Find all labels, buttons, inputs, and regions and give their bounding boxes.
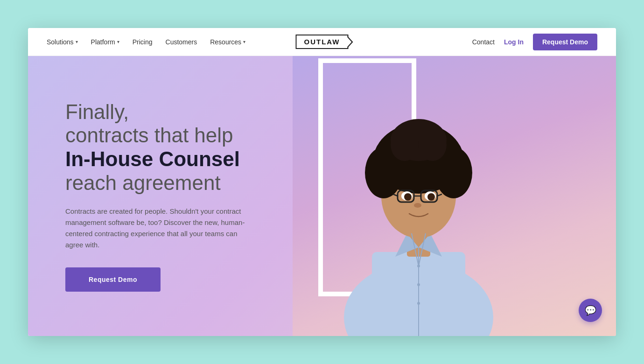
hero-headline: Finally, contracts that help In-House Co… (65, 100, 306, 195)
hero-cta-button[interactable]: Request Demo (65, 267, 161, 292)
nav-right: Contact Log In Request Demo (472, 34, 597, 50)
navbar: Solutions ▾ Platform ▾ Pricing Customers… (28, 28, 616, 56)
hero-right (293, 56, 616, 336)
hero-bold-line: In-House Counsel (65, 147, 306, 171)
hero-left: Finally, contracts that help In-House Co… (28, 56, 334, 336)
browser-window: Solutions ▾ Platform ▾ Pricing Customers… (28, 28, 616, 336)
svg-point-30 (417, 283, 420, 286)
nav-login[interactable]: Log In (504, 38, 524, 46)
svg-point-25 (414, 203, 421, 208)
svg-point-15 (419, 128, 447, 161)
nav-customers[interactable]: Customers (166, 38, 197, 46)
hero-line4: reach agreement (65, 171, 306, 195)
svg-point-31 (417, 302, 420, 305)
nav-platform[interactable]: Platform ▾ (91, 38, 119, 46)
nav-resources[interactable]: Resources ▾ (210, 38, 245, 46)
svg-point-14 (391, 128, 419, 161)
svg-point-19 (427, 193, 435, 201)
solutions-chevron-icon: ▾ (76, 39, 78, 44)
nav-contact[interactable]: Contact (472, 38, 495, 46)
hero-line2: contracts that help (65, 124, 306, 147)
logo-text: OUTLAW (296, 35, 349, 49)
nav-left: Solutions ▾ Platform ▾ Pricing Customers… (47, 38, 245, 46)
resources-chevron-icon: ▾ (243, 39, 245, 44)
nav-pricing[interactable]: Pricing (133, 38, 153, 46)
nav-logo[interactable]: OUTLAW (296, 35, 349, 49)
chat-icon: 💬 (585, 305, 596, 316)
hero-line1: Finally, (65, 100, 306, 124)
nav-solutions[interactable]: Solutions ▾ (47, 38, 78, 46)
hero-section: Finally, contracts that help In-House Co… (28, 56, 616, 336)
svg-point-29 (417, 265, 420, 267)
chat-bubble-button[interactable]: 💬 (579, 299, 602, 322)
hero-subtitle: Contracts are created for people. Should… (65, 206, 252, 251)
svg-point-18 (404, 193, 412, 201)
nav-request-demo-button[interactable]: Request Demo (533, 34, 597, 50)
platform-chevron-icon: ▾ (117, 39, 119, 44)
person-illustration (311, 56, 526, 336)
